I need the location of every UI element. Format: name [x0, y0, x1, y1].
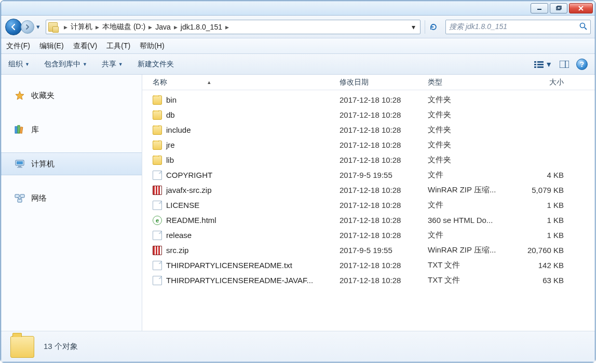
address-bar[interactable]: ▸ 计算机 ▸ 本地磁盘 (D:) ▸ Java ▸ jdk1.8.0_151 …	[46, 20, 420, 34]
share-button[interactable]: 共享 ▼	[102, 60, 123, 69]
close-button[interactable]	[569, 3, 593, 13]
forward-button[interactable]	[21, 20, 34, 34]
html-icon	[153, 216, 162, 225]
file-row[interactable]: THIRDPARTYLICENSEREADME.txt2017-12-18 10…	[142, 258, 595, 273]
refresh-button[interactable]	[425, 20, 441, 34]
svg-rect-15	[15, 127, 17, 133]
file-row[interactable]: db2017-12-18 10:28文件夹	[142, 107, 595, 122]
file-type: 文件夹	[428, 140, 516, 150]
file-date: 2017-12-18 10:28	[340, 186, 428, 194]
file-date: 2017-12-18 10:28	[340, 231, 428, 240]
menu-edit[interactable]: 编辑(E)	[39, 41, 64, 51]
file-date: 2017-12-18 10:28	[340, 95, 428, 104]
refresh-icon	[429, 22, 438, 32]
view-options-button[interactable]: ▼	[534, 60, 552, 68]
close-icon	[578, 6, 584, 11]
chevron-right-icon: ▸	[225, 23, 229, 31]
folder-icon	[153, 141, 162, 150]
file-row[interactable]: jre2017-12-18 10:28文件夹	[142, 137, 595, 152]
svg-rect-7	[534, 61, 536, 63]
chevron-down-icon: ▼	[545, 60, 552, 68]
minimize-icon	[537, 6, 542, 11]
menu-help[interactable]: 帮助(H)	[140, 41, 164, 51]
minimize-button[interactable]	[531, 3, 548, 13]
sidebar-item-libraries[interactable]: 库	[1, 118, 142, 141]
sidebar-label: 网络	[31, 193, 47, 203]
view-list-icon	[534, 61, 544, 68]
file-date: 2017-12-18 10:28	[340, 201, 428, 209]
file-row[interactable]: COPYRIGHT2017-9-5 19:55文件4 KB	[142, 167, 595, 183]
chevron-down-icon: ▼	[25, 62, 30, 67]
file-row[interactable]: javafx-src.zip2017-12-18 10:28WinRAR ZIP…	[142, 183, 595, 198]
menu-view[interactable]: 查看(V)	[73, 41, 98, 51]
svg-rect-16	[18, 125, 20, 133]
chevron-right-icon: ▸	[174, 23, 178, 31]
column-header-date[interactable]: 修改日期	[340, 78, 428, 87]
share-label: 共享	[102, 60, 116, 69]
file-icon	[153, 261, 162, 270]
folder-icon	[153, 110, 162, 120]
address-dropdown[interactable]: ▾	[409, 23, 418, 31]
sidebar-item-favorites[interactable]: 收藏夹	[1, 84, 142, 107]
file-row[interactable]: include2017-12-18 10:28文件夹	[142, 122, 595, 137]
file-size: 1 KB	[516, 216, 573, 225]
arrow-left-icon	[9, 23, 18, 31]
navigation-pane: 收藏夹 库 计算机 网络	[1, 75, 142, 331]
menu-tools[interactable]: 工具(T)	[106, 41, 130, 51]
file-type: WinRAR ZIP 压缩...	[428, 185, 516, 195]
sidebar-item-network[interactable]: 网络	[1, 187, 142, 209]
file-date: 2017-9-5 19:55	[340, 171, 428, 179]
file-row[interactable]: LICENSE2017-12-18 10:28文件1 KB	[142, 198, 595, 213]
file-size: 5,079 KB	[516, 186, 573, 194]
file-list-pane: 名称 ▴ 修改日期 类型 大小 bin2017-12-18 10:28文件夹db…	[142, 75, 595, 331]
file-icon	[153, 231, 162, 240]
column-header-name[interactable]: 名称 ▴	[153, 78, 340, 87]
file-row[interactable]: src.zip2017-9-5 19:55WinRAR ZIP 压缩...20,…	[142, 243, 595, 258]
search-input[interactable]: 搜索 jdk1.8.0_151	[445, 20, 591, 34]
svg-rect-20	[18, 166, 21, 167]
chevron-right-icon: ▸	[64, 23, 67, 31]
chevron-down-icon: ▼	[83, 62, 87, 67]
file-row[interactable]: README.html2017-12-18 10:28360 se HTML D…	[142, 213, 595, 228]
svg-rect-13	[560, 61, 569, 68]
menu-file[interactable]: 文件(F)	[6, 41, 30, 51]
arrow-right-icon	[24, 24, 31, 30]
search-icon[interactable]	[579, 22, 587, 32]
file-size: 20,760 KB	[516, 246, 573, 255]
nav-history-dropdown[interactable]: ▾	[34, 22, 42, 32]
file-size: 1 KB	[516, 231, 573, 240]
file-name: COPYRIGHT	[166, 171, 212, 179]
file-row[interactable]: bin2017-12-18 10:28文件夹	[142, 92, 595, 107]
file-date: 2017-12-18 10:28	[340, 125, 428, 134]
file-type: 文件	[428, 200, 516, 210]
breadcrumb-computer[interactable]: 计算机	[71, 22, 92, 32]
organize-label: 组织	[8, 60, 23, 69]
file-name: THIRDPARTYLICENSEREADME.txt	[166, 261, 292, 270]
file-row[interactable]: THIRDPARTYLICENSEREADME-JAVAF...2017-12-…	[142, 273, 595, 288]
status-bar: 13 个对象	[1, 331, 595, 362]
breadcrumb-java[interactable]: Java	[155, 23, 171, 31]
svg-rect-23	[20, 194, 24, 198]
sidebar-item-computer[interactable]: 计算机	[1, 152, 142, 175]
file-row[interactable]: release2017-12-18 10:28文件1 KB	[142, 228, 595, 243]
file-size: 4 KB	[516, 171, 573, 179]
breadcrumb-jdk[interactable]: jdk1.8.0_151	[181, 23, 222, 31]
svg-rect-12	[537, 66, 544, 68]
preview-pane-button[interactable]	[560, 61, 569, 68]
sort-asc-icon: ▴	[208, 79, 211, 86]
chevron-down-icon: ▼	[118, 62, 123, 67]
organize-button[interactable]: 组织 ▼	[8, 60, 30, 69]
file-name: README.html	[166, 216, 216, 225]
file-row[interactable]: lib2017-12-18 10:28文件夹	[142, 152, 595, 167]
breadcrumb-drive[interactable]: 本地磁盘 (D:)	[102, 22, 145, 32]
file-icon	[153, 201, 162, 210]
window-controls	[531, 3, 593, 13]
column-header-type[interactable]: 类型	[428, 78, 516, 87]
file-name: lib	[166, 156, 174, 164]
help-button[interactable]: ?	[576, 59, 588, 70]
include-in-library-button[interactable]: 包含到库中 ▼	[44, 60, 87, 69]
column-header-size[interactable]: 大小	[516, 78, 573, 87]
new-folder-button[interactable]: 新建文件夹	[138, 60, 174, 69]
maximize-button[interactable]	[550, 3, 567, 13]
back-button[interactable]	[5, 19, 22, 35]
